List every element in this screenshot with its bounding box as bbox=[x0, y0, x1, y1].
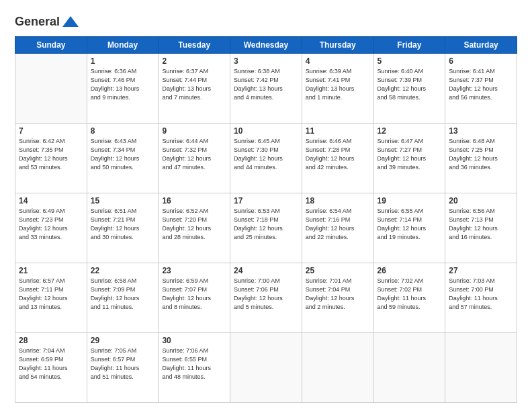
day-info: Sunrise: 6:39 AM Sunset: 7:41 PM Dayligh… bbox=[306, 67, 370, 102]
calendar-cell bbox=[302, 333, 373, 403]
calendar-cell: 24Sunrise: 7:00 AM Sunset: 7:06 PM Dayli… bbox=[230, 263, 302, 333]
calendar-cell: 28Sunrise: 7:04 AM Sunset: 6:59 PM Dayli… bbox=[15, 333, 87, 403]
logo-icon bbox=[61, 15, 80, 30]
calendar-cell: 2Sunrise: 6:37 AM Sunset: 7:44 PM Daylig… bbox=[159, 54, 230, 124]
calendar-cell: 20Sunrise: 6:56 AM Sunset: 7:13 PM Dayli… bbox=[445, 193, 517, 263]
day-number: 1 bbox=[91, 56, 155, 66]
calendar-cell: 9Sunrise: 6:44 AM Sunset: 7:32 PM Daylig… bbox=[159, 124, 230, 193]
calendar-cell bbox=[230, 333, 302, 403]
day-number: 2 bbox=[162, 56, 226, 66]
day-info: Sunrise: 7:03 AM Sunset: 7:00 PM Dayligh… bbox=[449, 277, 513, 312]
day-info: Sunrise: 6:52 AM Sunset: 7:20 PM Dayligh… bbox=[162, 207, 226, 242]
calendar-cell: 26Sunrise: 7:02 AM Sunset: 7:02 PM Dayli… bbox=[373, 263, 445, 333]
calendar-cell: 1Sunrise: 6:36 AM Sunset: 7:46 PM Daylig… bbox=[87, 54, 159, 124]
calendar-cell: 4Sunrise: 6:39 AM Sunset: 7:41 PM Daylig… bbox=[302, 54, 373, 124]
day-info: Sunrise: 6:45 AM Sunset: 7:30 PM Dayligh… bbox=[234, 137, 298, 172]
calendar-cell: 10Sunrise: 6:45 AM Sunset: 7:30 PM Dayli… bbox=[230, 124, 302, 193]
calendar-cell: 8Sunrise: 6:43 AM Sunset: 7:34 PM Daylig… bbox=[87, 124, 159, 193]
day-info: Sunrise: 7:05 AM Sunset: 6:57 PM Dayligh… bbox=[91, 347, 155, 381]
calendar-cell: 17Sunrise: 6:53 AM Sunset: 7:18 PM Dayli… bbox=[230, 193, 302, 263]
day-header-wednesday: Wednesday bbox=[230, 37, 302, 54]
day-number: 29 bbox=[91, 336, 155, 345]
day-info: Sunrise: 7:02 AM Sunset: 7:02 PM Dayligh… bbox=[378, 277, 442, 312]
day-number: 3 bbox=[234, 56, 298, 66]
day-number: 14 bbox=[19, 196, 83, 205]
calendar-cell: 19Sunrise: 6:55 AM Sunset: 7:14 PM Dayli… bbox=[373, 193, 445, 263]
calendar-week-row: 21Sunrise: 6:57 AM Sunset: 7:11 PM Dayli… bbox=[15, 263, 517, 333]
day-number: 11 bbox=[306, 126, 370, 136]
day-number: 4 bbox=[306, 56, 370, 66]
day-header-tuesday: Tuesday bbox=[159, 37, 230, 54]
day-header-sunday: Sunday bbox=[15, 37, 87, 54]
calendar-cell: 30Sunrise: 7:06 AM Sunset: 6:55 PM Dayli… bbox=[159, 333, 230, 403]
day-number: 6 bbox=[449, 56, 513, 66]
day-info: Sunrise: 6:56 AM Sunset: 7:13 PM Dayligh… bbox=[449, 207, 513, 242]
calendar-cell: 27Sunrise: 7:03 AM Sunset: 7:00 PM Dayli… bbox=[445, 263, 517, 333]
day-number: 8 bbox=[91, 126, 155, 136]
day-info: Sunrise: 6:44 AM Sunset: 7:32 PM Dayligh… bbox=[162, 137, 226, 172]
day-number: 22 bbox=[91, 266, 155, 275]
calendar-cell bbox=[15, 54, 87, 124]
day-info: Sunrise: 6:54 AM Sunset: 7:16 PM Dayligh… bbox=[306, 207, 370, 242]
day-info: Sunrise: 7:00 AM Sunset: 7:06 PM Dayligh… bbox=[234, 277, 298, 312]
day-number: 10 bbox=[234, 126, 298, 136]
day-info: Sunrise: 6:46 AM Sunset: 7:28 PM Dayligh… bbox=[306, 137, 370, 172]
calendar-table: SundayMondayTuesdayWednesdayThursdayFrid… bbox=[15, 36, 517, 403]
day-number: 12 bbox=[378, 126, 442, 136]
day-number: 13 bbox=[449, 126, 513, 136]
page: General SundayMondayTuesdayWednesdayThur… bbox=[0, 0, 532, 411]
logo-text-general: General bbox=[15, 15, 60, 29]
day-info: Sunrise: 6:36 AM Sunset: 7:46 PM Dayligh… bbox=[91, 67, 155, 102]
day-number: 21 bbox=[19, 266, 83, 275]
day-info: Sunrise: 6:59 AM Sunset: 7:07 PM Dayligh… bbox=[162, 277, 226, 312]
day-number: 19 bbox=[378, 196, 442, 205]
day-info: Sunrise: 7:06 AM Sunset: 6:55 PM Dayligh… bbox=[162, 347, 226, 381]
calendar-cell: 25Sunrise: 7:01 AM Sunset: 7:04 PM Dayli… bbox=[302, 263, 373, 333]
day-number: 24 bbox=[234, 266, 298, 275]
day-info: Sunrise: 6:37 AM Sunset: 7:44 PM Dayligh… bbox=[162, 67, 226, 102]
calendar-cell: 12Sunrise: 6:47 AM Sunset: 7:27 PM Dayli… bbox=[373, 124, 445, 193]
calendar-cell: 7Sunrise: 6:42 AM Sunset: 7:35 PM Daylig… bbox=[15, 124, 87, 193]
day-header-thursday: Thursday bbox=[302, 37, 373, 54]
day-info: Sunrise: 6:42 AM Sunset: 7:35 PM Dayligh… bbox=[19, 137, 83, 172]
day-number: 16 bbox=[162, 196, 226, 205]
calendar-week-row: 7Sunrise: 6:42 AM Sunset: 7:35 PM Daylig… bbox=[15, 124, 517, 193]
calendar-cell bbox=[373, 333, 445, 403]
day-number: 17 bbox=[234, 196, 298, 205]
day-info: Sunrise: 6:41 AM Sunset: 7:37 PM Dayligh… bbox=[449, 67, 513, 102]
calendar-cell: 22Sunrise: 6:58 AM Sunset: 7:09 PM Dayli… bbox=[87, 263, 159, 333]
header: General bbox=[15, 12, 517, 30]
day-number: 5 bbox=[378, 56, 442, 66]
day-number: 20 bbox=[449, 196, 513, 205]
day-info: Sunrise: 6:40 AM Sunset: 7:39 PM Dayligh… bbox=[378, 67, 442, 102]
calendar-cell: 18Sunrise: 6:54 AM Sunset: 7:16 PM Dayli… bbox=[302, 193, 373, 263]
day-number: 7 bbox=[19, 126, 83, 136]
day-header-friday: Friday bbox=[373, 37, 445, 54]
day-number: 27 bbox=[449, 266, 513, 275]
calendar-cell: 3Sunrise: 6:38 AM Sunset: 7:42 PM Daylig… bbox=[230, 54, 302, 124]
calendar-week-row: 14Sunrise: 6:49 AM Sunset: 7:23 PM Dayli… bbox=[15, 193, 517, 263]
day-header-monday: Monday bbox=[87, 37, 159, 54]
day-info: Sunrise: 6:48 AM Sunset: 7:25 PM Dayligh… bbox=[449, 137, 513, 172]
day-number: 25 bbox=[306, 266, 370, 275]
calendar-cell: 13Sunrise: 6:48 AM Sunset: 7:25 PM Dayli… bbox=[445, 124, 517, 193]
day-number: 15 bbox=[91, 196, 155, 205]
day-info: Sunrise: 7:01 AM Sunset: 7:04 PM Dayligh… bbox=[306, 277, 370, 312]
calendar-cell: 15Sunrise: 6:51 AM Sunset: 7:21 PM Dayli… bbox=[87, 193, 159, 263]
svg-marker-0 bbox=[62, 16, 79, 27]
day-info: Sunrise: 6:47 AM Sunset: 7:27 PM Dayligh… bbox=[378, 137, 442, 172]
day-info: Sunrise: 7:04 AM Sunset: 6:59 PM Dayligh… bbox=[19, 347, 83, 381]
day-number: 9 bbox=[162, 126, 226, 136]
day-number: 30 bbox=[162, 336, 226, 345]
day-number: 23 bbox=[162, 266, 226, 275]
calendar-week-row: 28Sunrise: 7:04 AM Sunset: 6:59 PM Dayli… bbox=[15, 333, 517, 403]
day-info: Sunrise: 6:55 AM Sunset: 7:14 PM Dayligh… bbox=[378, 207, 442, 242]
day-number: 26 bbox=[378, 266, 442, 275]
day-info: Sunrise: 6:57 AM Sunset: 7:11 PM Dayligh… bbox=[19, 277, 83, 312]
day-info: Sunrise: 6:43 AM Sunset: 7:34 PM Dayligh… bbox=[91, 137, 155, 172]
day-info: Sunrise: 6:58 AM Sunset: 7:09 PM Dayligh… bbox=[91, 277, 155, 312]
day-info: Sunrise: 6:38 AM Sunset: 7:42 PM Dayligh… bbox=[234, 67, 298, 102]
calendar-cell: 5Sunrise: 6:40 AM Sunset: 7:39 PM Daylig… bbox=[373, 54, 445, 124]
calendar-cell bbox=[445, 333, 517, 403]
calendar-cell: 23Sunrise: 6:59 AM Sunset: 7:07 PM Dayli… bbox=[159, 263, 230, 333]
